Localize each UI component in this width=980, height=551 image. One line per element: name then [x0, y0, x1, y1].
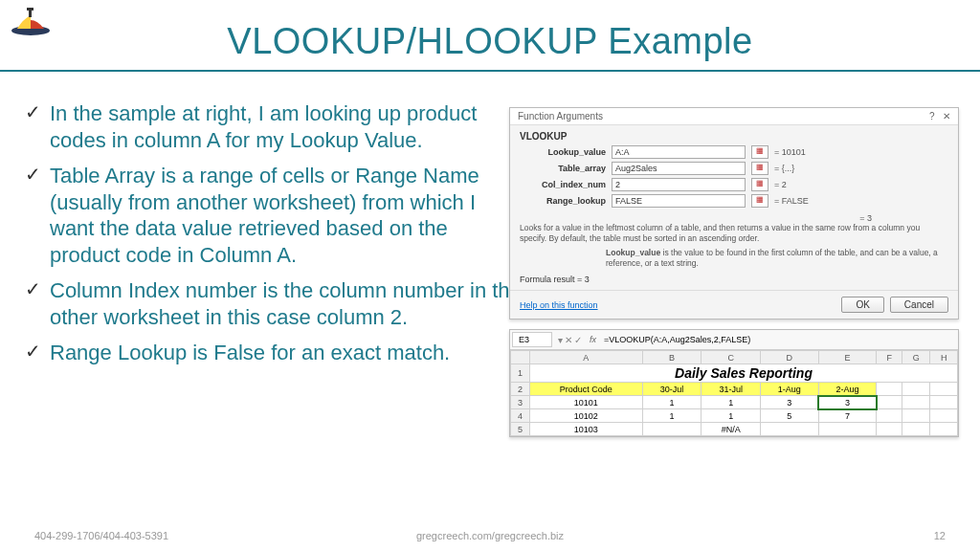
function-description: Looks for a value in the leftmost column…: [520, 223, 948, 244]
range-picker-icon[interactable]: ▦: [751, 162, 768, 175]
function-arguments-dialog: Function Arguments ? ✕ VLOOKUP Lookup_va…: [509, 107, 959, 320]
dialog-title: Function Arguments: [518, 111, 603, 121]
range-lookup-result: = FALSE: [774, 196, 948, 206]
screenshot-area: Function Arguments ? ✕ VLOOKUP Lookup_va…: [509, 107, 959, 437]
fx-icon[interactable]: fx: [586, 333, 600, 346]
formula-bar-buttons: ▾✕✓: [554, 335, 586, 345]
svg-rect-1: [29, 10, 32, 17]
slide-title: VLOOKUP/HLOOKUP Example: [0, 0, 980, 62]
table-array-input[interactable]: Aug2Sales: [612, 162, 746, 175]
lookup-value-label: Lookup_value: [520, 147, 606, 157]
title-divider: [0, 70, 980, 72]
function-name: VLOOKUP: [520, 131, 948, 142]
sheet-title[interactable]: Daily Sales Reporting: [530, 364, 958, 383]
slide-number: 12: [934, 530, 946, 541]
name-box[interactable]: E3: [512, 332, 552, 347]
spreadsheet-grid: A B C D E F G H 1 Daily Sales Reporting …: [510, 350, 958, 436]
footer-url: gregcreech.com/gregcreech.biz: [416, 530, 564, 541]
table-row: 4 10102 1 1 5 7: [511, 409, 958, 423]
bullet-1: In the sample at right, I am looking up …: [21, 100, 480, 153]
help-link[interactable]: Help on this function: [520, 300, 598, 310]
range-picker-icon[interactable]: ▦: [751, 145, 768, 159]
column-headers: A B C D E F G H: [511, 351, 958, 364]
col-index-input[interactable]: 2: [612, 178, 746, 191]
ok-button[interactable]: OK: [841, 297, 883, 313]
bullet-2: Table Array is a range of cells or Range…: [21, 163, 480, 268]
svg-rect-2: [27, 8, 33, 11]
lookup-value-input[interactable]: A:A: [612, 145, 746, 159]
footer-phone: 404-299-1706/404-403-5391: [34, 530, 168, 541]
col-index-label: Col_index_num: [520, 180, 606, 189]
range-picker-icon[interactable]: ▦: [751, 178, 768, 191]
formula-result-label: Formula result = 3: [520, 275, 590, 284]
arg-description: Lookup_value is the value to be found in…: [520, 248, 948, 269]
lookup-value-result: = 10101: [774, 147, 948, 157]
cancel-button[interactable]: Cancel: [890, 297, 948, 313]
window-controls: ? ✕: [929, 111, 950, 121]
eq-result: = 3: [520, 213, 948, 223]
formula-bar[interactable]: =VLOOKUP(A:A,Aug2Sales,2,FALSE): [600, 333, 958, 346]
range-picker-icon[interactable]: ▦: [751, 194, 768, 208]
footer: 404-299-1706/404-403-5391 gregcreech.com…: [0, 530, 980, 541]
header-row: 2 Product Code 30-Jul 31-Jul 1-Aug 2-Aug: [511, 383, 958, 396]
range-lookup-input[interactable]: FALSE: [612, 194, 746, 208]
range-lookup-label: Range_lookup: [520, 196, 606, 206]
table-array-label: Table_array: [520, 164, 606, 173]
table-row: 3 10101 1 1 3 3: [511, 396, 958, 409]
excel-screenshot: E3 ▾✕✓ fx =VLOOKUP(A:A,Aug2Sales,2,FALSE…: [509, 329, 959, 437]
table-row: 5 10103 #N/A: [511, 423, 958, 436]
selected-cell[interactable]: 3: [818, 396, 877, 409]
table-array-result: = {...}: [774, 164, 948, 173]
logo-hat: [10, 6, 67, 40]
col-index-result: = 2: [774, 180, 948, 189]
